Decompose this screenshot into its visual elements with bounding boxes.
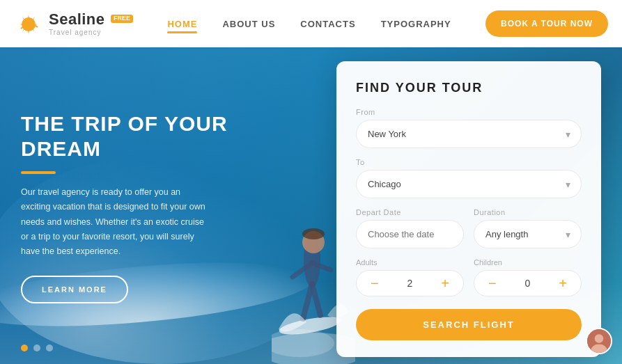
adults-label: Adults xyxy=(356,258,464,267)
adults-value: 2 xyxy=(407,278,413,289)
svg-line-5 xyxy=(312,284,320,315)
nav-home[interactable]: HOME xyxy=(167,19,197,29)
children-box: Children − 0 + xyxy=(474,258,582,296)
hero-dots xyxy=(21,345,53,351)
header: Sealine FREE Travel agency HOME ABOUT US… xyxy=(0,0,622,47)
hero-description: Our travel agency is ready to offer you … xyxy=(21,185,209,259)
logo-free-badge: FREE xyxy=(111,15,133,23)
logo-icon xyxy=(14,9,43,38)
counter-group: Adults − 2 + Children − 0 + xyxy=(356,258,582,296)
svg-point-12 xyxy=(595,334,604,343)
hero-divider xyxy=(21,171,56,174)
tour-panel: FIND YOUR TOUR From New York Los Angeles… xyxy=(336,61,601,357)
adults-counter: − 2 + xyxy=(356,270,464,296)
logo: Sealine FREE Travel agency xyxy=(14,9,133,38)
date-duration-row: Depart Date Duration Any length 1 week 2… xyxy=(356,208,582,258)
hero-content: THE TRIP OF YOUR DREAM Our travel agency… xyxy=(21,111,258,303)
learn-more-button[interactable]: LEARN MORE xyxy=(21,276,128,303)
dot-2[interactable] xyxy=(33,345,40,351)
adults-decrement-button[interactable]: − xyxy=(368,276,382,290)
nav-contacts[interactable]: CONTACTS xyxy=(300,19,355,29)
adults-increment-button[interactable]: + xyxy=(438,276,452,290)
children-counter: − 0 + xyxy=(474,270,582,296)
to-label: To xyxy=(356,158,582,166)
logo-subtitle: Travel agency xyxy=(49,29,133,36)
book-tour-button[interactable]: BOOK A TOUR NOW xyxy=(485,10,608,37)
to-select-wrapper: Chicago New York Los Angeles Miami xyxy=(356,170,582,198)
logo-text-group: Sealine FREE Travel agency xyxy=(49,11,133,35)
avatar-image xyxy=(587,328,611,354)
dot-1[interactable] xyxy=(21,345,28,351)
children-value: 0 xyxy=(525,278,531,289)
main-nav: HOME ABOUT US CONTACTS TYPOGRAPHY xyxy=(167,19,451,29)
depart-date-input[interactable] xyxy=(356,220,464,248)
duration-select[interactable]: Any length 1 week 2 weeks 3 weeks 1 mont… xyxy=(474,220,582,248)
dot-3[interactable] xyxy=(46,345,53,351)
to-group: To Chicago New York Los Angeles Miami xyxy=(356,158,582,198)
logo-name: Sealine FREE xyxy=(49,11,133,28)
from-select[interactable]: New York Los Angeles Miami Chicago xyxy=(356,120,582,148)
search-flight-button[interactable]: SEARCH FLIGHT xyxy=(356,309,582,340)
from-group: From New York Los Angeles Miami Chicago xyxy=(356,108,582,148)
tour-panel-title: FIND YOUR TOUR xyxy=(356,81,582,95)
svg-point-9 xyxy=(302,228,325,239)
depart-label: Depart Date xyxy=(356,208,464,216)
depart-group: Depart Date xyxy=(356,208,464,248)
duration-label: Duration xyxy=(474,208,582,216)
avatar[interactable] xyxy=(586,328,612,354)
from-select-wrapper: New York Los Angeles Miami Chicago xyxy=(356,120,582,148)
duration-select-wrapper: Any length 1 week 2 weeks 3 weeks 1 mont… xyxy=(474,220,582,248)
from-label: From xyxy=(356,108,582,116)
hero-title: THE TRIP OF YOUR DREAM xyxy=(21,111,258,161)
children-label: Children xyxy=(474,258,582,267)
adults-box: Adults − 2 + xyxy=(356,258,464,296)
nav-typography[interactable]: TYPOGRAPHY xyxy=(381,19,451,29)
duration-group: Duration Any length 1 week 2 weeks 3 wee… xyxy=(474,208,582,248)
nav-about[interactable]: ABOUT US xyxy=(222,19,275,29)
children-decrement-button[interactable]: − xyxy=(485,276,499,290)
to-select[interactable]: Chicago New York Los Angeles Miami xyxy=(356,170,582,198)
children-increment-button[interactable]: + xyxy=(556,276,570,290)
